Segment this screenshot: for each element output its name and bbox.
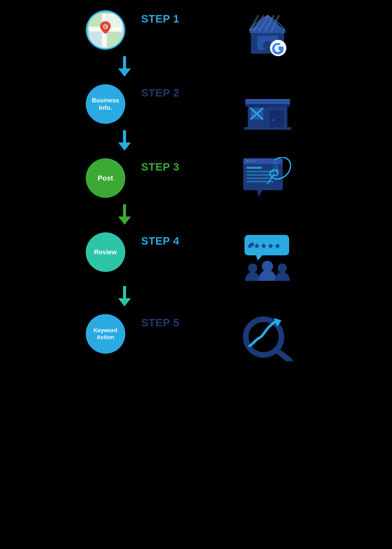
arrow-1-svg [117,56,132,77]
store-svg [244,85,291,130]
svg-line-60 [277,351,290,361]
step-3-section: Post STEP 3 [80,158,312,225]
step-1-connector [80,56,312,77]
step-5-left: Keyword Action [80,314,131,354]
step-1-label: STEP 1 [141,13,179,25]
keyword-action-node: Keyword Action [86,314,125,354]
svg-rect-3 [89,14,102,26]
svg-point-56 [278,264,287,273]
review-svg: ★★★★★ [242,234,293,285]
svg-rect-5 [89,32,102,47]
svg-point-10 [105,25,106,26]
svg-point-30 [272,119,274,121]
step-4-middle: STEP 4 [131,232,223,247]
step-3-middle: STEP 3 [131,158,223,173]
maps-svg [89,14,122,47]
maps-inner [87,12,124,48]
review-node: Review [86,232,125,272]
svg-text:★★★★★: ★★★★★ [247,242,281,250]
step-2-left: Business Info. [80,84,131,124]
svg-point-39 [250,160,252,162]
keyword-svg [242,313,293,361]
step-2-label: STEP 2 [141,87,179,99]
step-5-label: STEP 5 [141,317,179,329]
step-3-right [223,158,312,204]
svg-point-40 [254,160,256,162]
step-4-row: Review STEP 4 ★★★★★ [80,232,312,286]
svg-marker-22 [118,68,131,77]
svg-point-38 [247,160,249,162]
svg-rect-31 [244,127,291,130]
review-label: Review [94,248,117,256]
step-4-connector [80,286,312,306]
svg-marker-49 [118,217,131,225]
step-4-left: Review [80,232,131,272]
store-icon [242,84,293,130]
arrow-4-svg [117,286,132,306]
step-2-middle: STEP 2 [131,84,223,99]
business-info-label: Business Info. [92,97,119,112]
post-node: Post [86,158,125,198]
page-container: STEP 1 [80,0,312,378]
keyword-action-label: Keyword Action [94,327,117,341]
keyword-icon [242,314,293,360]
svg-rect-25 [245,104,290,107]
step-3-row: Post STEP 3 [80,158,312,204]
step-2-right [223,84,312,130]
google-my-business-icon [242,10,293,56]
step-4-section: Review STEP 4 ★★★★★ [80,232,312,306]
step-1-left [80,10,131,50]
step-1-right [223,10,312,56]
step-4-right: ★★★★★ [223,232,312,286]
post-label: Post [98,174,113,183]
svg-rect-42 [247,171,277,172]
svg-marker-46 [257,190,262,197]
google-maps-icon [86,10,125,50]
arrow-3-svg [117,204,132,225]
gmb-svg [244,10,290,56]
svg-rect-29 [270,111,284,128]
step-5-row: Keyword Action STEP 5 [80,314,312,360]
step-1-section: STEP 1 [80,10,312,77]
step-3-connector [80,204,312,225]
svg-rect-32 [245,99,290,100]
step-5-right [223,314,312,360]
step-5-section: Keyword Action STEP 5 [80,314,312,360]
svg-rect-44 [247,177,271,179]
step-1-middle: STEP 1 [131,10,223,25]
svg-point-11 [105,27,106,28]
step-3-left: Post [80,158,131,198]
step-2-connector [80,130,312,151]
svg-marker-34 [118,142,131,151]
content-icon [242,158,293,204]
svg-point-54 [248,264,257,273]
svg-rect-41 [247,167,262,169]
content-svg [242,157,293,206]
step-1-row: STEP 1 [80,10,312,56]
step-4-label: STEP 4 [141,235,179,247]
svg-marker-53 [256,255,262,260]
svg-marker-58 [118,298,131,306]
step-3-label: STEP 3 [141,161,179,173]
step-5-middle: STEP 5 [131,314,223,329]
review-icon: ★★★★★ [242,232,293,286]
arrow-2-svg [117,130,132,151]
step-2-section: Business Info. STEP 2 [80,84,312,151]
svg-rect-4 [107,32,122,47]
business-info-node: Business Info. [86,84,125,124]
step-2-row: Business Info. STEP 2 [80,84,312,130]
